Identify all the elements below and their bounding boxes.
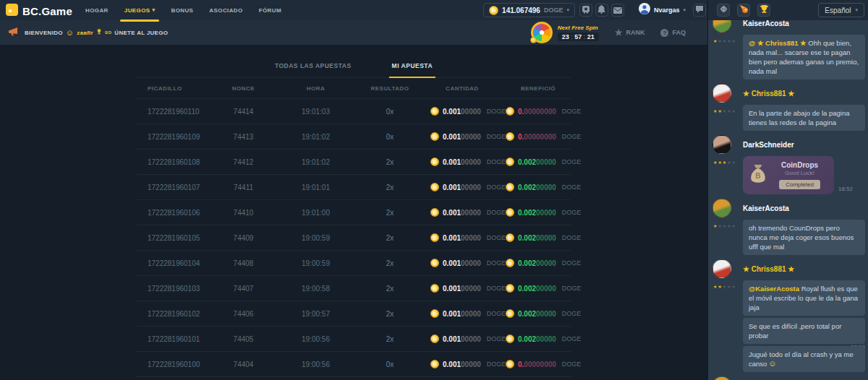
- chat-panel: Español ▾ KaiserAcosta★★★★★@ ★ Chriss881…: [707, 0, 868, 380]
- message-bubbles: @KaiserAcosta Royal flush es que el móvi…: [743, 278, 865, 372]
- rating-star-icon: ★: [732, 224, 736, 228]
- messages-button[interactable]: [611, 4, 624, 17]
- free-spin-widget[interactable]: Next Free Spin 23 : 57 : 21: [531, 22, 599, 43]
- bet-profit: Ð0.00200000DOGE: [506, 309, 571, 318]
- nav-forum[interactable]: FÓRUM: [259, 0, 281, 20]
- welcomed-username[interactable]: zaafir: [77, 30, 93, 36]
- user-rating: ★★★★★: [712, 38, 743, 79]
- chat-username[interactable]: KaiserAcosta: [743, 204, 865, 212]
- welcome-bar-right: Next Free Spin 23 : 57 : 21 ★ RANK ? FAQ: [531, 20, 686, 45]
- bet-nonce: 74404: [216, 360, 271, 368]
- notifications-button[interactable]: [595, 4, 608, 17]
- coindrop-title: CoinDrops: [772, 161, 827, 169]
- user-menu[interactable]: Nvargas ▾: [639, 3, 686, 17]
- chat-user-avatar[interactable]: [712, 20, 731, 33]
- doge-coin-icon: Ð: [430, 157, 439, 166]
- bet-amount: Ð0.00100000DOGE: [419, 334, 506, 343]
- doge-coin-icon: Ð: [506, 157, 514, 166]
- table-row[interactable]: 17222819601107441419:01:030xÐ0.00100000D…: [137, 99, 571, 124]
- user-mention[interactable]: @KaiserAcosta: [749, 285, 801, 293]
- table-row[interactable]: 17222819601087441219:01:022xÐ0.00100000D…: [137, 150, 571, 175]
- chevron-down-icon: ▾: [855, 7, 858, 13]
- rank-link[interactable]: ★ RANK: [615, 27, 645, 38]
- doge-coin-icon: Ð: [506, 284, 514, 293]
- balance-currency: DOGE: [544, 7, 563, 14]
- bet-profit: Ð0.00200000DOGE: [506, 183, 571, 191]
- table-row[interactable]: 17222819601027440619:00:572xÐ0.00100000D…: [137, 301, 571, 327]
- nav-juegos[interactable]: JUEGOS▾: [124, 0, 156, 20]
- dice-button[interactable]: [717, 4, 730, 17]
- chat-user-avatar[interactable]: [712, 84, 731, 103]
- chat-user-avatar[interactable]: [712, 135, 731, 154]
- bet-nonce: 74409: [216, 234, 271, 242]
- language-label: Español: [825, 7, 851, 14]
- chat-body[interactable]: KaiserAcosta★★★★★@ ★ Chriss881 ★ Ohh que…: [708, 20, 868, 380]
- table-row[interactable]: 17222819601037440719:00:582xÐ0.00100000D…: [137, 276, 571, 301]
- balance-dropdown[interactable]: Ð 141.067496 DOGE ▾: [483, 3, 575, 17]
- bet-profit: Ð0.00000000DOGE: [506, 360, 571, 368]
- bet-profit: Ð0.00200000DOGE: [506, 208, 571, 217]
- bet-profit: Ð0.00200000DOGE: [506, 157, 571, 166]
- message-timestamp: 18:52: [838, 186, 853, 192]
- chevron-down-icon: ▾: [683, 7, 686, 13]
- currency-label: DOGE: [487, 108, 506, 115]
- bet-time: 19:00:59: [271, 234, 361, 242]
- bet-time: 19:00:57: [271, 310, 361, 318]
- user-rating: ★★★★★: [712, 284, 743, 372]
- currency-label: DOGE: [487, 310, 506, 317]
- user-rating: ★★★★★: [712, 108, 743, 131]
- table-row[interactable]: 17222819601017440519:00:562xÐ0.00100000D…: [137, 327, 571, 352]
- fireball-button[interactable]: [737, 4, 750, 17]
- doge-coin-icon: Ð: [430, 208, 439, 217]
- rank-label: RANK: [626, 29, 644, 36]
- top-navigation-bar: BC.Game HOGAR JUEGOS▾ BONUS ASOCIADO FÓR…: [0, 0, 707, 20]
- balance-amount: 141.067496: [502, 7, 540, 14]
- bet-result: 0x: [361, 133, 419, 141]
- bet-hash: 1722281960105: [137, 234, 216, 242]
- table-row[interactable]: 17222819601007440419:00:560xÐ0.00100000D…: [137, 352, 571, 377]
- money-bag-icon: B: [749, 164, 767, 187]
- chat-user-avatar[interactable]: [712, 259, 731, 278]
- doge-coin-icon: Ð: [506, 107, 514, 116]
- chat-message: KaiserAcosta★★★★★@ ★ Chriss881 ★ Ohh que…: [712, 20, 865, 79]
- bet-profit: Ð0.00000000DOGE: [506, 132, 571, 141]
- tab-my-bets[interactable]: MI APUESTA: [389, 62, 435, 78]
- chat-username[interactable]: ★ Chriss881 ★: [743, 265, 865, 273]
- chat-bubble: Jugué todo el día al crash y ya me canso…: [743, 346, 865, 372]
- nav-bonus[interactable]: BONUS: [171, 0, 193, 20]
- chat-bubble: @ ★ Chriss881 ★ Ohh que bien, nada mal..…: [743, 35, 865, 79]
- nav-asociado[interactable]: ASOCIADO: [209, 0, 242, 20]
- bet-amount: Ð0.00100000DOGE: [419, 360, 506, 368]
- chat-toggle-button[interactable]: [693, 4, 706, 17]
- table-row[interactable]: 17222819601067441019:01:002xÐ0.00100000D…: [137, 200, 571, 225]
- trophy-button[interactable]: [757, 4, 770, 17]
- table-row[interactable]: 17222819601047440819:00:592xÐ0.00100000D…: [137, 251, 571, 276]
- bet-hash: 1722281960101: [137, 335, 216, 343]
- table-row[interactable]: 17222819601097441319:01:020xÐ0.00100000D…: [137, 124, 571, 150]
- nav-hogar[interactable]: HOGAR: [85, 0, 109, 20]
- chat-username[interactable]: DarkSchneider: [743, 141, 865, 149]
- faq-link[interactable]: ? FAQ: [660, 29, 686, 37]
- bet-hash: 1722281960106: [137, 209, 216, 217]
- safe-icon: [582, 4, 590, 17]
- message-bubbles: En la parte de abajo de la pagina tienes…: [743, 103, 865, 131]
- coindrop-card[interactable]: BCoinDropsGood Luck!Completed18:52: [743, 156, 834, 194]
- doge-coin-icon: Ð: [506, 334, 514, 343]
- chat-message: KaiserAcosta★★★★★oh tremendo CounDrops p…: [712, 199, 865, 255]
- bet-nonce: 74407: [216, 285, 271, 293]
- user-mention[interactable]: @ ★ Chriss881 ★: [749, 39, 808, 47]
- bets-table-body: 17222819601107441419:01:030xÐ0.00100000D…: [137, 99, 571, 377]
- language-selector[interactable]: Español ▾: [818, 3, 864, 17]
- tab-all-bets[interactable]: TODAS LAS APUESTAS: [272, 62, 354, 78]
- table-row[interactable]: 17222819601077441119:01:012xÐ0.00100000D…: [137, 175, 571, 200]
- chat-user-avatar[interactable]: [712, 199, 731, 217]
- welcome-message: BIENVENIDO ☺ zaafir BD ÚNETE AL JUEGO: [9, 20, 168, 45]
- smiley-emoji: ☺: [66, 28, 75, 37]
- safe-button[interactable]: [579, 4, 592, 17]
- chat-username[interactable]: KaiserAcosta: [743, 20, 865, 27]
- table-row[interactable]: 17222819601057440919:00:592xÐ0.00100000D…: [137, 225, 571, 251]
- chat-username[interactable]: ★ Chriss881 ★: [743, 90, 865, 98]
- bc-game-logo[interactable]: BC.Game: [6, 4, 72, 19]
- doge-coin-icon: Ð: [430, 132, 439, 141]
- chat-user-avatar[interactable]: [712, 376, 731, 380]
